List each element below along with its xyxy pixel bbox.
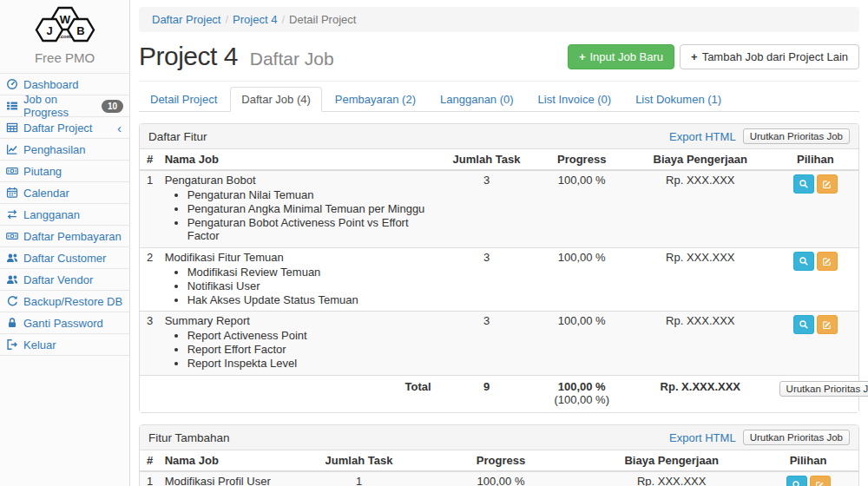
edit-job-button[interactable] <box>817 315 838 334</box>
cost-value: Rp. XXX.XXX <box>628 247 773 312</box>
view-job-button[interactable] <box>793 174 814 194</box>
column-header-pilihan: Pilihan <box>758 450 858 471</box>
progress-value: 100,00 % <box>535 170 628 247</box>
panel-heading: Daftar FiturExport HTMLUrutkan Prioritas… <box>140 124 858 149</box>
panel-fitur-tambahan: Fitur TambahanExport HTMLUrutkan Priorit… <box>139 424 859 486</box>
table-icon <box>6 122 18 134</box>
sidebar-link-calendar[interactable]: Calendar <box>0 182 129 203</box>
sidebar-item-langganan: Langganan <box>0 204 129 226</box>
users-icon <box>6 252 18 264</box>
search-icon <box>799 256 809 266</box>
task-count: 3 <box>438 170 536 247</box>
tab-list-dokumen-1: List Dokumen (1) <box>624 87 733 112</box>
tab-langganan-0: Langganan (0) <box>429 87 525 112</box>
task-count: 1 <box>301 471 416 486</box>
job-subitem: Notifikasi User <box>187 280 431 293</box>
users-icon <box>6 273 18 286</box>
progress-value: 100,00 % <box>535 312 628 376</box>
job-subitem: Report Activeness Point <box>187 330 431 343</box>
sidebar-item-label: Langganan <box>23 208 80 221</box>
breadcrumb: Daftar Project/Project 4/Detail Project <box>139 7 859 32</box>
breadcrumb-separator: / <box>281 13 285 26</box>
sidebar-link-daftar-pembayaran[interactable]: Daftar Pembayaran <box>0 226 129 246</box>
input-job-baru-button[interactable]: + Input Job Baru <box>568 44 674 69</box>
urutkan-prioritas-job-button[interactable]: Urutkan Prioritas Job <box>743 430 850 445</box>
job-row: 3Summary ReportReport Activeness PointRe… <box>140 312 858 376</box>
job-number: 1 <box>140 471 158 486</box>
tambah-job-dari-project-lain-button[interactable]: + Tambah Job dari Project Lain <box>680 44 859 69</box>
job-number: 1 <box>140 170 158 247</box>
column-header-pilihan: Pilihan <box>773 149 858 170</box>
panel-title: Daftar Fitur <box>148 130 207 143</box>
cost-value: Rp. XXX.XXX <box>585 471 758 486</box>
sidebar-item-keluar: Keluar <box>0 334 129 356</box>
urutkan-prioritas-job-button[interactable]: Urutkan Prioritas Job <box>779 381 868 397</box>
lock-icon <box>6 317 18 329</box>
total-row: Total9100,00 % (100,00 %)Rp. X.XXX.XXXUr… <box>140 376 858 412</box>
sidebar-link-piutang[interactable]: Piutang <box>0 161 129 181</box>
sidebar-item-label: Piutang <box>23 165 62 178</box>
sidebar-link-daftar-project[interactable]: Daftar Project‹ <box>0 117 129 138</box>
sidebar-item-daftar-vendor: Daftar Vendor <box>0 269 129 291</box>
sidebar-link-daftar-vendor[interactable]: Daftar Vendor <box>0 269 129 290</box>
tab-list-invoice-0: List Invoice (0) <box>527 87 623 112</box>
export-html-link[interactable]: Export HTML <box>669 130 736 143</box>
job-number: 2 <box>140 247 158 312</box>
sidebar-link-keluar[interactable]: Keluar <box>0 334 129 355</box>
sidebar-item-backup-restore-db: Backup/Restore DB <box>0 291 129 312</box>
sidebar-link-langganan[interactable]: Langganan <box>0 204 129 225</box>
view-job-button[interactable] <box>786 476 807 486</box>
app-layout: W J B .com Free PMO DashboardJob on Prog… <box>0 0 868 486</box>
sidebar-item-label: Keluar <box>23 338 56 351</box>
column-header-biaya-pengerjaan: Biaya Pengerjaan <box>628 149 773 170</box>
signout-icon <box>6 338 18 351</box>
urutkan-prioritas-job-button[interactable]: Urutkan Prioritas Job <box>743 128 850 144</box>
sidebar-link-ganti-password[interactable]: Ganti Password <box>0 312 129 333</box>
edit-icon <box>822 256 832 266</box>
calendar-icon <box>6 187 18 199</box>
sidebar-link-job-on-progress[interactable]: Job on Progress10 <box>0 95 129 116</box>
total-progress-extra: (100,00 %) <box>554 393 609 406</box>
column-header-num: # <box>140 450 158 471</box>
sidebar-item-label: Backup/Restore DB <box>23 295 122 308</box>
panel-title: Fitur Tambahan <box>148 431 230 444</box>
total-cost: Rp. X.XXX.XXX <box>628 376 773 412</box>
page-title: Project 4 Daftar Job <box>139 42 334 71</box>
money-icon <box>6 230 18 242</box>
column-header-progress: Progress <box>417 450 586 471</box>
job-subitems: Report Activeness PointReport Effort Fac… <box>187 330 431 371</box>
project-title: Project 4 <box>139 42 238 70</box>
angle-left-icon: ‹ <box>117 122 123 135</box>
total-task-count: 9 <box>438 376 536 412</box>
breadcrumb-link-daftar-project[interactable]: Daftar Project <box>152 13 220 26</box>
svg-text:W: W <box>59 13 70 26</box>
progress-value: 100,00 % <box>417 471 586 486</box>
sidebar-link-dashboard[interactable]: Dashboard <box>0 74 129 95</box>
column-header-num: # <box>140 149 158 170</box>
view-job-button[interactable] <box>793 252 814 271</box>
panel-daftar-fitur: Daftar FiturExport HTMLUrutkan Prioritas… <box>139 123 859 413</box>
column-header-biaya-pengerjaan: Biaya Pengerjaan <box>585 450 758 471</box>
column-header-jumlah-task: Jumlah Task <box>301 450 416 471</box>
total-progress: 100,00 % <box>558 380 606 393</box>
sidebar-link-penghasilan[interactable]: Penghasilan <box>0 139 129 160</box>
sidebar-item-job-on-progress: Job on Progress10 <box>0 95 129 117</box>
money-icon <box>6 165 18 177</box>
edit-job-button[interactable] <box>817 174 838 194</box>
dashboard-icon <box>6 78 18 90</box>
export-html-link[interactable]: Export HTML <box>669 431 736 444</box>
sidebar-link-backup-restore-db[interactable]: Backup/Restore DB <box>0 291 129 312</box>
search-icon <box>792 480 802 486</box>
job-subitem: Pengaturan Angka Minimal Temuan per Ming… <box>187 203 431 216</box>
sidebar-item-piutang: Piutang <box>0 161 129 182</box>
column-header-nama-job: Nama Job <box>158 450 302 471</box>
sidebar-link-daftar-customer[interactable]: Daftar Customer <box>0 247 129 268</box>
edit-job-button[interactable] <box>817 252 838 271</box>
view-job-button[interactable] <box>793 315 814 334</box>
edit-job-button[interactable] <box>810 476 831 486</box>
breadcrumb-link-project-4[interactable]: Project 4 <box>233 13 277 26</box>
sidebar: W J B .com Free PMO DashboardJob on Prog… <box>0 0 130 486</box>
search-icon <box>799 319 809 330</box>
tab-detail-project: Detail Project <box>139 87 228 112</box>
job-number: 3 <box>140 312 158 376</box>
